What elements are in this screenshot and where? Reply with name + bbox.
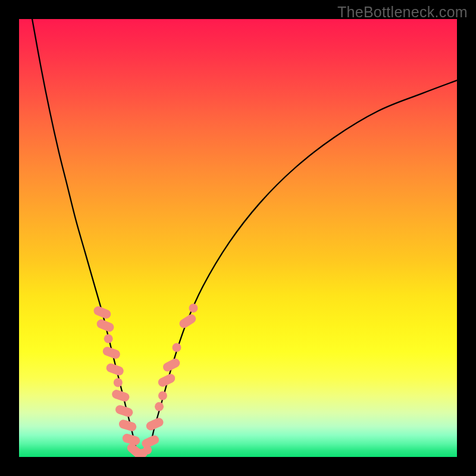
curve-right-branch [146, 80, 457, 453]
data-point-pill [111, 389, 130, 403]
data-point-pill [95, 318, 115, 333]
curve-group [32, 19, 457, 453]
chart-stage: TheBottleneck.com [0, 0, 476, 476]
data-point-dot [155, 402, 164, 411]
data-point-pill [114, 404, 134, 418]
chart-svg [19, 19, 457, 457]
data-point-dot [114, 378, 123, 387]
data-point-dot [189, 303, 198, 312]
data-point-pill [92, 305, 112, 320]
data-point-pill [145, 416, 165, 432]
marker-group [92, 303, 198, 457]
data-point-pill [178, 313, 198, 330]
data-point-dot [104, 334, 113, 343]
data-point-dot [158, 391, 167, 400]
data-point-dot [172, 343, 181, 352]
plot-area [19, 19, 457, 457]
watermark-text: TheBottleneck.com [337, 4, 468, 21]
data-point-pill [161, 357, 181, 373]
curve-left-branch [32, 19, 137, 453]
data-point-pill [118, 418, 137, 432]
